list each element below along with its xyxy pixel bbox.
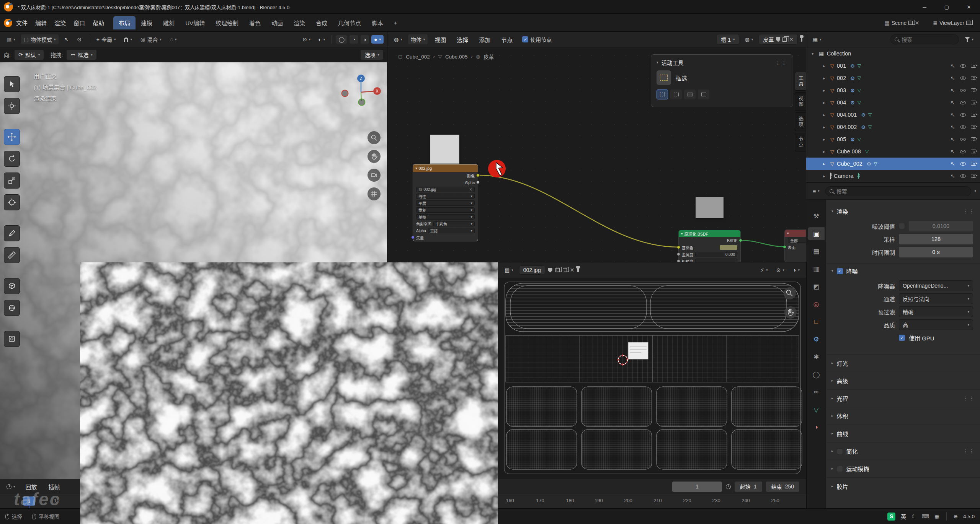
duplicate-image-icon[interactable] <box>563 268 567 272</box>
select-toggle-icon[interactable]: ↖ <box>951 136 955 142</box>
shading-material-button[interactable]: ◑ <box>361 35 369 44</box>
denoise-checkbox[interactable]: ✓ <box>837 268 843 274</box>
sidebar-collapse-icon[interactable]: ‹ <box>384 79 386 86</box>
base-color-input-socket[interactable] <box>677 246 680 249</box>
tab-scene[interactable]: ◩ <box>808 280 825 293</box>
workspace-tab-add[interactable]: + <box>389 17 403 29</box>
outliner-row[interactable]: ▸▽003⚙▽↖ <box>806 84 980 96</box>
select-toggle-icon[interactable]: ↖ <box>951 87 955 93</box>
workspace-tab-render[interactable]: 渲染 <box>288 16 310 29</box>
sidetab-view[interactable]: 视图 <box>795 92 806 111</box>
menu-add[interactable]: 添加 <box>475 34 494 45</box>
editor-type-icon[interactable]: ≡▾ <box>810 187 822 195</box>
material-output-node[interactable]: ▾ 全部▾ 表面 <box>784 229 806 262</box>
select-toggle-icon[interactable]: ↖ <box>951 124 955 130</box>
ime-moon-icon[interactable]: ☾ <box>911 513 916 519</box>
maximize-button[interactable]: ▢ <box>936 0 958 14</box>
ime-sogou-icon[interactable]: S <box>887 513 895 521</box>
hide-icon[interactable] <box>960 64 966 68</box>
hide-icon[interactable] <box>960 138 966 141</box>
section-denoise[interactable]: ▾✓降噪 <box>826 263 980 278</box>
pin-icon[interactable] <box>577 268 579 272</box>
workspace-tab-shading[interactable]: 着色 <box>244 16 266 29</box>
new-material-icon[interactable] <box>782 37 787 42</box>
menu-select[interactable]: 选择 <box>453 34 472 45</box>
tab-output[interactable]: ▤ <box>808 245 825 258</box>
unlink-material-icon[interactable]: ✕ <box>789 36 794 42</box>
section-render[interactable]: ▾渲染⋮⋮ <box>826 203 980 219</box>
outliner-row[interactable]: ▸▽004.001⚙▽↖ <box>806 109 980 121</box>
overlays-toggle[interactable]: ◐▾ <box>315 35 328 44</box>
current-frame-field[interactable]: 1 <box>672 482 722 492</box>
section-advanced[interactable]: ▸高级 <box>826 372 980 389</box>
denoiser-dropdown[interactable]: OpenImageDeno...▾ <box>899 280 973 291</box>
options-dropdown[interactable]: 选项▾ <box>360 49 384 60</box>
workspace-tab-uv[interactable]: UV编辑 <box>180 16 210 29</box>
outliner-row-camera[interactable]: ▸Camera↖ <box>806 170 980 182</box>
tool-transform[interactable] <box>4 194 20 210</box>
render-visibility-icon[interactable] <box>971 150 976 153</box>
tab-tool[interactable]: ⚒ <box>808 210 825 223</box>
shading-solid-button[interactable]: ◔ <box>350 35 358 44</box>
mode-dropdown[interactable]: ▢物体模式▾ <box>21 34 59 44</box>
sidetab-options[interactable]: 选项 <box>795 112 806 131</box>
shading-rendered-button[interactable]: ●▾ <box>371 35 384 44</box>
alpha-mode-dropdown[interactable]: 直接▾ <box>428 228 475 233</box>
select-toggle-icon[interactable]: ↖ <box>951 75 955 81</box>
viewlayer-selector[interactable]: ≣ ViewLayer <box>930 19 973 27</box>
tab-constraints[interactable]: ∞ <box>808 386 825 399</box>
proportional-edit-icon[interactable]: ◌▾ <box>167 35 180 44</box>
pan-hand-icon[interactable] <box>784 306 797 319</box>
workspace-tab-geonodes[interactable]: 几何节点 <box>333 16 366 29</box>
ime-grid-icon[interactable]: ▦ <box>934 513 939 519</box>
source-dropdown[interactable]: 单帧▾ <box>416 214 475 220</box>
pin-icon[interactable] <box>801 37 802 42</box>
fake-user-icon[interactable] <box>776 37 780 42</box>
section-light-paths[interactable]: ▸光程⋮⋮ <box>826 389 980 407</box>
drag-dropdown[interactable]: ▭框选▾ <box>66 49 97 60</box>
display-mode-icon[interactable]: ▦▾ <box>810 35 824 44</box>
camera-view-icon[interactable] <box>368 169 381 182</box>
section-simplify[interactable]: ▸✓简化⋮⋮ <box>826 442 980 460</box>
view-menu-icon[interactable]: ⊙ <box>74 35 84 44</box>
hide-icon[interactable] <box>960 101 966 104</box>
outliner-row-active[interactable]: ▸▽Cube_002⚙▽↖ <box>806 158 980 170</box>
blender-menu-icon[interactable] <box>4 19 12 27</box>
time-limit-field[interactable]: 0 s <box>899 247 973 257</box>
display-channels-dropdown[interactable]: ◑▾ <box>790 266 802 274</box>
menu-window[interactable]: 窗口 <box>70 17 89 28</box>
interpolation-dropdown[interactable]: 线性▾ <box>416 194 475 199</box>
zoom-icon[interactable] <box>784 287 796 299</box>
unlink-scene-icon[interactable]: ✕ <box>915 20 919 26</box>
tool-cursor[interactable] <box>4 98 20 114</box>
render-visibility-icon[interactable] <box>971 137 976 141</box>
outliner-row[interactable]: ▸▽Cube.008▽↖ <box>806 145 980 158</box>
workspace-tab-modeling[interactable]: 建模 <box>136 16 158 29</box>
box-select-tool-icon[interactable] <box>657 70 671 85</box>
render-visibility-icon[interactable] <box>971 101 976 104</box>
menu-render[interactable]: 渲染 <box>51 17 70 28</box>
tab-world[interactable]: ◎ <box>808 298 825 311</box>
menu-file[interactable]: 文件 <box>12 17 31 28</box>
ime-keyboard-icon[interactable]: ⌨ <box>921 513 929 519</box>
color-output-socket[interactable] <box>476 174 480 177</box>
editor-type-icon[interactable]: ◍▾ <box>391 35 405 44</box>
use-preview-range-icon[interactable] <box>726 484 731 489</box>
bsdf-output-socket[interactable] <box>739 239 742 242</box>
ortho-grid-icon[interactable] <box>368 187 381 200</box>
section-film[interactable]: ▸胶片 <box>826 477 980 495</box>
orient-dropdown[interactable]: ⟳默认▾ <box>14 49 44 60</box>
select-toggle-icon[interactable]: ↖ <box>951 173 955 179</box>
menu-help[interactable]: 帮助 <box>89 17 108 28</box>
tool-rotate[interactable] <box>4 151 20 167</box>
outliner-row-collection[interactable]: ▾▦Collection <box>806 47 980 60</box>
outliner-row[interactable]: ▸▽001⚙▽↖ <box>806 60 980 72</box>
menu-edit[interactable]: 编辑 <box>31 17 51 28</box>
tab-data[interactable]: ▽ <box>808 403 825 416</box>
tab-modifiers[interactable]: ⚙ <box>808 333 825 346</box>
section-curves[interactable]: ▸曲线 <box>826 425 980 442</box>
new-scene-icon[interactable] <box>908 21 913 25</box>
projection-dropdown[interactable]: 平展▾ <box>416 200 475 206</box>
select-toggle-icon[interactable]: ↖ <box>951 161 955 167</box>
outliner-row[interactable]: ▸▽004.002⚙▽↖ <box>806 121 980 133</box>
